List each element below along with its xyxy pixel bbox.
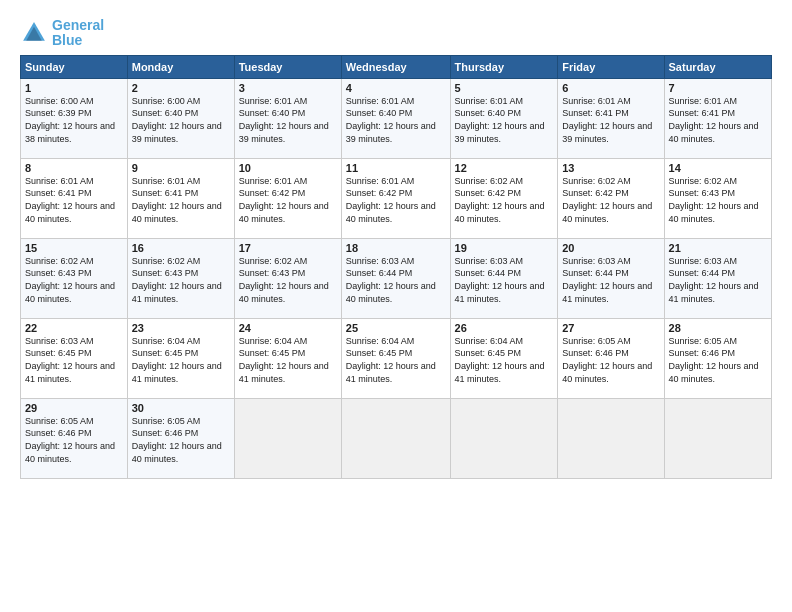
calendar-cell bbox=[450, 398, 558, 478]
day-number: 3 bbox=[239, 82, 337, 94]
day-number: 15 bbox=[25, 242, 123, 254]
day-number: 5 bbox=[455, 82, 554, 94]
weekday-header-thursday: Thursday bbox=[450, 55, 558, 78]
calendar-cell: 11Sunrise: 6:01 AMSunset: 6:42 PMDayligh… bbox=[341, 158, 450, 238]
calendar-cell bbox=[558, 398, 664, 478]
calendar-cell: 29Sunrise: 6:05 AMSunset: 6:46 PMDayligh… bbox=[21, 398, 128, 478]
day-info: Sunrise: 6:00 AMSunset: 6:40 PMDaylight:… bbox=[132, 95, 230, 145]
calendar-cell bbox=[664, 398, 771, 478]
day-number: 20 bbox=[562, 242, 659, 254]
day-number: 2 bbox=[132, 82, 230, 94]
day-info: Sunrise: 6:01 AMSunset: 6:40 PMDaylight:… bbox=[239, 95, 337, 145]
day-info: Sunrise: 6:02 AMSunset: 6:42 PMDaylight:… bbox=[562, 175, 659, 225]
day-info: Sunrise: 6:01 AMSunset: 6:41 PMDaylight:… bbox=[25, 175, 123, 225]
calendar-cell: 5Sunrise: 6:01 AMSunset: 6:40 PMDaylight… bbox=[450, 78, 558, 158]
day-info: Sunrise: 6:05 AMSunset: 6:46 PMDaylight:… bbox=[132, 415, 230, 465]
calendar-cell: 9Sunrise: 6:01 AMSunset: 6:41 PMDaylight… bbox=[127, 158, 234, 238]
day-info: Sunrise: 6:03 AMSunset: 6:44 PMDaylight:… bbox=[455, 255, 554, 305]
day-info: Sunrise: 6:03 AMSunset: 6:44 PMDaylight:… bbox=[669, 255, 767, 305]
calendar-cell: 30Sunrise: 6:05 AMSunset: 6:46 PMDayligh… bbox=[127, 398, 234, 478]
calendar-cell: 6Sunrise: 6:01 AMSunset: 6:41 PMDaylight… bbox=[558, 78, 664, 158]
day-info: Sunrise: 6:02 AMSunset: 6:43 PMDaylight:… bbox=[132, 255, 230, 305]
calendar-cell: 26Sunrise: 6:04 AMSunset: 6:45 PMDayligh… bbox=[450, 318, 558, 398]
logo: General Blue bbox=[20, 18, 104, 49]
day-info: Sunrise: 6:01 AMSunset: 6:42 PMDaylight:… bbox=[239, 175, 337, 225]
day-number: 14 bbox=[669, 162, 767, 174]
weekday-header-monday: Monday bbox=[127, 55, 234, 78]
calendar-cell: 1Sunrise: 6:00 AMSunset: 6:39 PMDaylight… bbox=[21, 78, 128, 158]
logo-icon bbox=[20, 19, 48, 47]
calendar-cell: 3Sunrise: 6:01 AMSunset: 6:40 PMDaylight… bbox=[234, 78, 341, 158]
day-info: Sunrise: 6:03 AMSunset: 6:45 PMDaylight:… bbox=[25, 335, 123, 385]
day-number: 23 bbox=[132, 322, 230, 334]
day-number: 27 bbox=[562, 322, 659, 334]
calendar-cell: 18Sunrise: 6:03 AMSunset: 6:44 PMDayligh… bbox=[341, 238, 450, 318]
calendar-cell: 16Sunrise: 6:02 AMSunset: 6:43 PMDayligh… bbox=[127, 238, 234, 318]
calendar-cell: 7Sunrise: 6:01 AMSunset: 6:41 PMDaylight… bbox=[664, 78, 771, 158]
calendar-week-5: 29Sunrise: 6:05 AMSunset: 6:46 PMDayligh… bbox=[21, 398, 772, 478]
page: General Blue SundayMondayTuesdayWednesda… bbox=[0, 0, 792, 612]
day-info: Sunrise: 6:02 AMSunset: 6:43 PMDaylight:… bbox=[239, 255, 337, 305]
calendar-cell: 2Sunrise: 6:00 AMSunset: 6:40 PMDaylight… bbox=[127, 78, 234, 158]
calendar-cell: 28Sunrise: 6:05 AMSunset: 6:46 PMDayligh… bbox=[664, 318, 771, 398]
day-info: Sunrise: 6:03 AMSunset: 6:44 PMDaylight:… bbox=[346, 255, 446, 305]
calendar-cell: 22Sunrise: 6:03 AMSunset: 6:45 PMDayligh… bbox=[21, 318, 128, 398]
calendar-cell: 12Sunrise: 6:02 AMSunset: 6:42 PMDayligh… bbox=[450, 158, 558, 238]
day-info: Sunrise: 6:04 AMSunset: 6:45 PMDaylight:… bbox=[239, 335, 337, 385]
calendar-week-4: 22Sunrise: 6:03 AMSunset: 6:45 PMDayligh… bbox=[21, 318, 772, 398]
weekday-header-tuesday: Tuesday bbox=[234, 55, 341, 78]
day-number: 16 bbox=[132, 242, 230, 254]
day-number: 19 bbox=[455, 242, 554, 254]
day-number: 11 bbox=[346, 162, 446, 174]
calendar-cell bbox=[341, 398, 450, 478]
day-number: 7 bbox=[669, 82, 767, 94]
calendar-cell: 14Sunrise: 6:02 AMSunset: 6:43 PMDayligh… bbox=[664, 158, 771, 238]
calendar-cell: 20Sunrise: 6:03 AMSunset: 6:44 PMDayligh… bbox=[558, 238, 664, 318]
calendar-cell: 15Sunrise: 6:02 AMSunset: 6:43 PMDayligh… bbox=[21, 238, 128, 318]
calendar-week-2: 8Sunrise: 6:01 AMSunset: 6:41 PMDaylight… bbox=[21, 158, 772, 238]
day-number: 13 bbox=[562, 162, 659, 174]
day-number: 22 bbox=[25, 322, 123, 334]
calendar-cell: 10Sunrise: 6:01 AMSunset: 6:42 PMDayligh… bbox=[234, 158, 341, 238]
calendar-cell: 13Sunrise: 6:02 AMSunset: 6:42 PMDayligh… bbox=[558, 158, 664, 238]
day-info: Sunrise: 6:01 AMSunset: 6:41 PMDaylight:… bbox=[562, 95, 659, 145]
day-number: 28 bbox=[669, 322, 767, 334]
day-number: 6 bbox=[562, 82, 659, 94]
day-info: Sunrise: 6:01 AMSunset: 6:40 PMDaylight:… bbox=[455, 95, 554, 145]
calendar-table: SundayMondayTuesdayWednesdayThursdayFrid… bbox=[20, 55, 772, 479]
day-number: 12 bbox=[455, 162, 554, 174]
calendar-cell: 19Sunrise: 6:03 AMSunset: 6:44 PMDayligh… bbox=[450, 238, 558, 318]
calendar-cell: 27Sunrise: 6:05 AMSunset: 6:46 PMDayligh… bbox=[558, 318, 664, 398]
header: General Blue bbox=[20, 18, 772, 49]
day-number: 30 bbox=[132, 402, 230, 414]
day-info: Sunrise: 6:01 AMSunset: 6:40 PMDaylight:… bbox=[346, 95, 446, 145]
day-number: 17 bbox=[239, 242, 337, 254]
day-info: Sunrise: 6:05 AMSunset: 6:46 PMDaylight:… bbox=[25, 415, 123, 465]
day-info: Sunrise: 6:03 AMSunset: 6:44 PMDaylight:… bbox=[562, 255, 659, 305]
weekday-header-row: SundayMondayTuesdayWednesdayThursdayFrid… bbox=[21, 55, 772, 78]
calendar-cell: 23Sunrise: 6:04 AMSunset: 6:45 PMDayligh… bbox=[127, 318, 234, 398]
weekday-header-saturday: Saturday bbox=[664, 55, 771, 78]
day-number: 1 bbox=[25, 82, 123, 94]
day-info: Sunrise: 6:05 AMSunset: 6:46 PMDaylight:… bbox=[669, 335, 767, 385]
calendar-week-3: 15Sunrise: 6:02 AMSunset: 6:43 PMDayligh… bbox=[21, 238, 772, 318]
day-info: Sunrise: 6:00 AMSunset: 6:39 PMDaylight:… bbox=[25, 95, 123, 145]
day-number: 10 bbox=[239, 162, 337, 174]
day-number: 21 bbox=[669, 242, 767, 254]
calendar-cell: 4Sunrise: 6:01 AMSunset: 6:40 PMDaylight… bbox=[341, 78, 450, 158]
day-number: 9 bbox=[132, 162, 230, 174]
day-number: 4 bbox=[346, 82, 446, 94]
day-number: 26 bbox=[455, 322, 554, 334]
calendar-cell: 17Sunrise: 6:02 AMSunset: 6:43 PMDayligh… bbox=[234, 238, 341, 318]
day-info: Sunrise: 6:02 AMSunset: 6:42 PMDaylight:… bbox=[455, 175, 554, 225]
day-number: 8 bbox=[25, 162, 123, 174]
calendar-cell: 25Sunrise: 6:04 AMSunset: 6:45 PMDayligh… bbox=[341, 318, 450, 398]
day-number: 24 bbox=[239, 322, 337, 334]
calendar-cell: 21Sunrise: 6:03 AMSunset: 6:44 PMDayligh… bbox=[664, 238, 771, 318]
calendar-cell bbox=[234, 398, 341, 478]
day-info: Sunrise: 6:01 AMSunset: 6:42 PMDaylight:… bbox=[346, 175, 446, 225]
day-info: Sunrise: 6:02 AMSunset: 6:43 PMDaylight:… bbox=[25, 255, 123, 305]
weekday-header-friday: Friday bbox=[558, 55, 664, 78]
day-info: Sunrise: 6:02 AMSunset: 6:43 PMDaylight:… bbox=[669, 175, 767, 225]
day-number: 29 bbox=[25, 402, 123, 414]
